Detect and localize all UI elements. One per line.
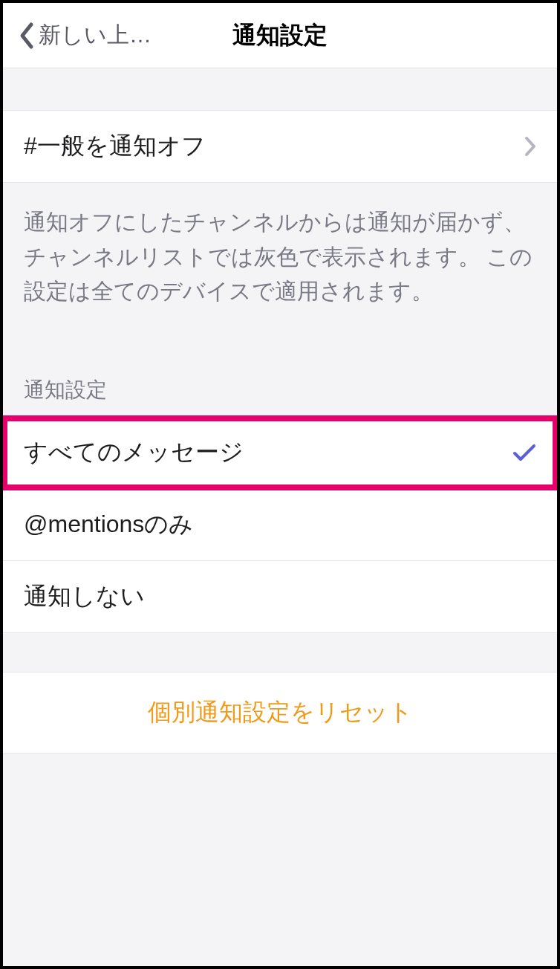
option-label: すべてのメッセージ [24, 436, 244, 469]
check-icon [512, 443, 536, 462]
option-label: 通知しない [24, 580, 145, 613]
reset-button[interactable]: 個別通知設定をリセット [3, 673, 557, 753]
reset-section: 個別通知設定をリセット [3, 672, 557, 754]
mute-description: 通知オフにしたチャンネルからは通知が届かず、チャンネルリストでは灰色で表示されま… [3, 183, 557, 339]
option-mentions-only[interactable]: @mentionsのみ [3, 489, 557, 561]
back-button[interactable]: 新しい上… [3, 20, 152, 51]
option-label: @mentionsのみ [24, 508, 193, 541]
notification-options: すべてのメッセージ @mentionsのみ 通知しない [3, 416, 557, 633]
section-header: 通知設定 [3, 339, 557, 416]
chevron-left-icon [18, 22, 34, 50]
option-none[interactable]: 通知しない [3, 561, 557, 633]
back-label: 新しい上… [39, 20, 152, 51]
option-all-messages[interactable]: すべてのメッセージ [3, 417, 557, 489]
spacer [3, 68, 557, 110]
nav-header: 新しい上… 通知設定 [3, 3, 557, 68]
mute-channel-label: #一般を通知オフ [24, 130, 206, 163]
mute-channel-row[interactable]: #一般を通知オフ [3, 110, 557, 183]
page-title: 通知設定 [232, 19, 328, 52]
chevron-right-icon [524, 136, 536, 157]
